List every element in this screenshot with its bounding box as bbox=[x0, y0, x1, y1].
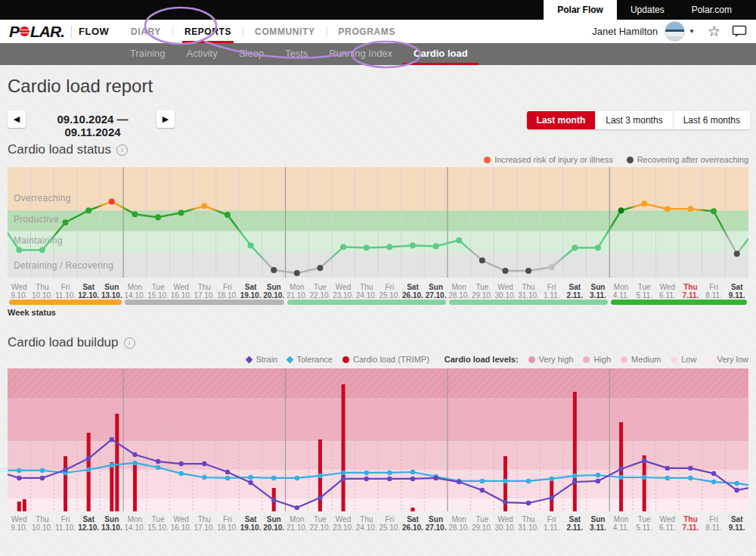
subnav-item-cardio-load[interactable]: Cardio load bbox=[403, 43, 479, 65]
site-tab-polar-com[interactable]: Polar.com bbox=[678, 0, 745, 20]
x-axis-label: Tue22.10. bbox=[308, 281, 332, 300]
page-title: Cardio load report bbox=[8, 76, 153, 97]
nav-item-community[interactable]: COMMUNITY bbox=[243, 20, 326, 43]
x-axis-label: Wed30.10. bbox=[494, 281, 517, 300]
status-section-header: Cardio load status i bbox=[8, 142, 128, 157]
x-axis-label: Thu17.10. bbox=[193, 281, 216, 300]
x-axis-label: Tue5.11. bbox=[633, 281, 656, 300]
status-chart-svg: OverreachingProductiveMaintainingDetrain… bbox=[8, 167, 748, 278]
cardio-load-status-chart[interactable]: OverreachingProductiveMaintainingDetrain… bbox=[8, 167, 748, 278]
week-status-label: Week status bbox=[8, 308, 56, 317]
legend-item: Cardio load (TRIMP) bbox=[342, 355, 429, 364]
polar-logo[interactable]: PLAR. FLOW bbox=[9, 20, 109, 43]
logo-divider bbox=[71, 26, 72, 38]
legend-label: Cardio load (TRIMP) bbox=[353, 355, 429, 364]
circle-marker-icon bbox=[342, 356, 349, 363]
nav-item-programs[interactable]: PROGRAMS bbox=[327, 20, 407, 43]
period-button-last-month[interactable]: Last month bbox=[527, 111, 596, 129]
x-axis-label: Wed9.10. bbox=[8, 513, 31, 532]
x-axis-label: Wed9.10. bbox=[8, 281, 31, 300]
legend-label: Recovering after overreaching bbox=[637, 155, 748, 164]
x-axis-label: Fri25.10. bbox=[378, 281, 401, 300]
chevron-down-icon[interactable]: ▼ bbox=[689, 28, 695, 35]
nav-item-reports[interactable]: REPORTS bbox=[173, 20, 243, 43]
x-axis-label: Sat9.11. bbox=[725, 281, 748, 300]
diamond-marker-icon bbox=[287, 356, 294, 363]
period-button-group: Last monthLast 3 monthsLast 6 months bbox=[527, 111, 750, 129]
avatar[interactable] bbox=[665, 21, 685, 42]
buildup-section-title: Cardio load buildup bbox=[8, 335, 119, 350]
x-axis-label: Fri8.11. bbox=[702, 513, 726, 532]
buildup-info-icon[interactable]: i bbox=[124, 337, 135, 349]
x-axis-label: Mon4.11. bbox=[609, 513, 633, 532]
subnav-item-sleep[interactable]: Sleep bbox=[228, 43, 274, 65]
week-status-pill bbox=[125, 300, 284, 305]
next-period-button[interactable]: ▶ bbox=[156, 110, 175, 128]
x-axis-label: Thu10.10. bbox=[31, 513, 54, 532]
buildup-chart-x-axis: Wed9.10.Thu10.10.Fri11.10.Sat12.10.Sun13… bbox=[8, 513, 748, 532]
x-axis-label: Mon28.10. bbox=[448, 513, 471, 532]
x-axis-label: Sun3.11. bbox=[587, 281, 610, 300]
x-axis-label: Mon21.10. bbox=[286, 281, 309, 300]
level-dot-icon bbox=[528, 356, 535, 363]
legend-label: Low bbox=[681, 355, 696, 364]
x-axis-label: Sat2.11. bbox=[563, 513, 587, 532]
x-axis-label: Tue15.10. bbox=[147, 281, 170, 300]
x-axis-label: Thu31.10. bbox=[517, 281, 541, 300]
x-axis-label: Thu31.10. bbox=[517, 513, 541, 532]
subnav-item-running-index[interactable]: Running Index bbox=[318, 43, 403, 65]
x-axis-label: Wed16.10. bbox=[169, 281, 193, 300]
legend-label: Very high bbox=[539, 355, 574, 364]
period-button-last-6-months[interactable]: Last 6 months bbox=[673, 111, 750, 129]
buildup-chart-svg bbox=[8, 368, 748, 511]
legend-item: Recovering after overreaching bbox=[627, 155, 748, 164]
cardio-load-buildup-chart[interactable] bbox=[8, 368, 748, 511]
x-axis-label: Tue5.11. bbox=[633, 513, 656, 532]
nav-item-diary[interactable]: DIARY bbox=[119, 20, 172, 43]
week-status-pill bbox=[611, 300, 747, 305]
x-axis-label: Sat19.10. bbox=[239, 513, 262, 532]
x-axis-label: Thu7.11. bbox=[679, 513, 702, 532]
legend-item: Tolerance bbox=[287, 355, 333, 364]
site-tab-polar-flow[interactable]: Polar Flow bbox=[544, 0, 617, 20]
x-axis-label: Thu17.10. bbox=[193, 513, 216, 532]
x-axis-label: Fri11.10. bbox=[54, 281, 77, 300]
feedback-chat-icon[interactable] bbox=[732, 25, 747, 38]
main-navbar: PLAR. FLOW DIARYREPORTSCOMMUNITYPROGRAMS… bbox=[0, 20, 756, 43]
svg-text:Productive: Productive bbox=[14, 214, 59, 225]
x-axis-label: Fri8.11. bbox=[702, 281, 726, 300]
x-axis-label: Tue22.10. bbox=[308, 513, 332, 532]
polar-flow-app: Polar FlowUpdatesPolar.com PLAR. FLOW DI… bbox=[0, 0, 756, 556]
x-axis-label: Wed16.10. bbox=[169, 513, 193, 532]
week-status-bar bbox=[8, 300, 748, 305]
x-axis-label: Mon14.10. bbox=[123, 281, 147, 300]
x-axis-label: Fri11.10. bbox=[54, 513, 77, 532]
week-status-pill bbox=[9, 300, 122, 305]
polar-wordmark: PLAR. bbox=[9, 23, 64, 41]
x-axis-label: Mon28.10. bbox=[448, 281, 471, 300]
legend-dot-icon bbox=[484, 157, 491, 163]
site-tab-updates[interactable]: Updates bbox=[617, 0, 678, 20]
subnav-item-activity[interactable]: Activity bbox=[175, 43, 228, 65]
user-name[interactable]: Janet Hamilton bbox=[592, 26, 658, 37]
prev-period-button[interactable]: ◀ bbox=[8, 110, 26, 128]
main-menu: DIARYREPORTSCOMMUNITYPROGRAMS bbox=[119, 20, 407, 43]
legend-level-item: High bbox=[583, 355, 611, 364]
level-dot-icon bbox=[621, 356, 627, 363]
period-button-last-3-months[interactable]: Last 3 months bbox=[595, 111, 672, 129]
favorites-star-icon[interactable]: ☆ bbox=[708, 23, 720, 40]
legend-label: Increased risk of injury or illness bbox=[494, 155, 613, 164]
x-axis-label: Tue29.10. bbox=[471, 281, 494, 300]
legend-label: Tolerance bbox=[296, 355, 333, 364]
status-section-title: Cardio load status bbox=[8, 142, 111, 157]
x-axis-label: Wed23.10. bbox=[332, 281, 355, 300]
site-tabs: Polar FlowUpdatesPolar.com bbox=[544, 0, 745, 20]
buildup-section-header: Cardio load buildup i bbox=[8, 335, 135, 350]
subnav-item-training[interactable]: Training bbox=[119, 43, 175, 65]
x-axis-label: Sun27.10. bbox=[424, 281, 448, 300]
subnav-item-tests[interactable]: Tests bbox=[274, 43, 318, 65]
x-axis-label: Thu24.10. bbox=[355, 513, 378, 532]
x-axis-label: Mon14.10. bbox=[123, 513, 147, 532]
status-info-icon[interactable]: i bbox=[116, 144, 128, 156]
x-axis-label: Sun13.10. bbox=[101, 281, 124, 300]
